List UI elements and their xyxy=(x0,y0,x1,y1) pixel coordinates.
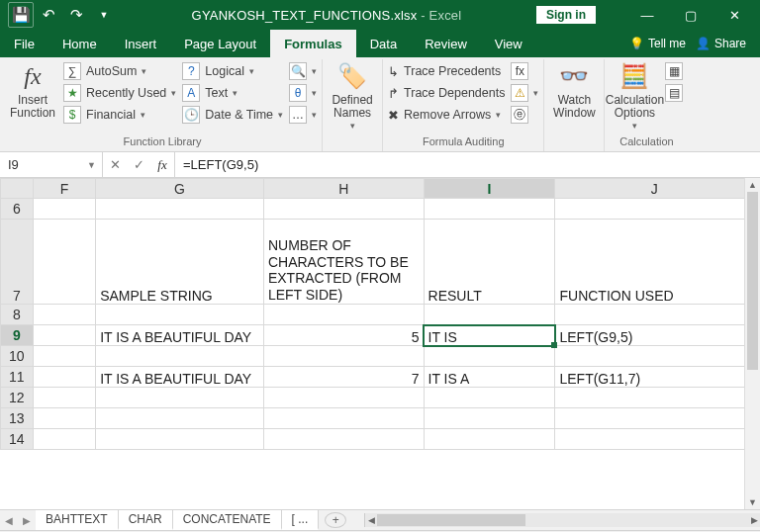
tab-nav-prev[interactable]: ◀ xyxy=(0,515,18,526)
sheet-tab[interactable]: CHAR xyxy=(119,510,173,530)
fx-icon[interactable]: fx xyxy=(150,157,174,173)
tab-page-layout[interactable]: Page Layout xyxy=(170,30,270,57)
add-sheet-button[interactable]: + xyxy=(325,512,346,528)
cell[interactable]: LEFT(G11,7) xyxy=(555,367,754,388)
date-time-button[interactable]: 🕒Date & Time ▾ xyxy=(182,104,283,126)
text-button[interactable]: AText ▾ xyxy=(182,82,283,104)
warning-icon: ⚠ xyxy=(511,84,528,102)
enter-formula-icon[interactable]: ✓ xyxy=(127,157,150,172)
sheet-tab[interactable]: CONCATENATE xyxy=(173,510,282,530)
evaluate-formula-button[interactable]: ⓔ xyxy=(511,104,538,126)
watch-window-button[interactable]: 👓 Watch Window xyxy=(549,60,599,120)
financial-button[interactable]: $Financial ▾ xyxy=(63,104,176,126)
ribbon-tabs: File Home Insert Page Layout Formulas Da… xyxy=(0,30,760,57)
scroll-up-icon[interactable]: ▲ xyxy=(745,178,760,192)
cell[interactable]: IT IS A BEAUTIFUL DAY xyxy=(96,367,264,388)
close-button[interactable]: ✕ xyxy=(712,0,756,30)
calc-options-button[interactable]: 🧮 Calculation Options▾ xyxy=(610,60,659,132)
row-head[interactable]: 12 xyxy=(1,388,34,408)
tab-insert[interactable]: Insert xyxy=(111,30,171,57)
cell[interactable]: 7 xyxy=(263,367,424,388)
save-icon[interactable]: 💾 xyxy=(8,2,34,28)
recently-used-button[interactable]: ★Recently Used ▾ xyxy=(63,82,176,104)
scroll-right-icon[interactable]: ▶ xyxy=(748,513,760,527)
group-watch: 👓 Watch Window xyxy=(544,59,605,151)
col-head[interactable]: J xyxy=(555,179,754,199)
cell[interactable]: IT IS A BEAUTIFUL DAY xyxy=(96,325,264,346)
cell[interactable]: NUMBER OF CHARACTERS TO BE EXTRACTED (FR… xyxy=(263,220,424,305)
col-head[interactable]: G xyxy=(96,179,264,199)
tab-home[interactable]: Home xyxy=(48,30,111,57)
show-formulas-button[interactable]: fx xyxy=(511,60,538,82)
col-head[interactable]: F xyxy=(33,179,95,199)
cell[interactable]: SAMPLE STRING xyxy=(96,220,264,305)
col-head[interactable]: I xyxy=(424,179,555,199)
cell[interactable]: FUNCTION USED xyxy=(555,220,754,305)
tab-file[interactable]: File xyxy=(0,30,48,57)
qat-customize-icon[interactable]: ▼ xyxy=(91,2,117,28)
more-functions-button[interactable]: …▾ xyxy=(289,104,317,126)
row-head[interactable]: 14 xyxy=(1,429,34,450)
horizontal-scrollbar[interactable]: ◀ ▶ xyxy=(364,513,760,527)
tab-view[interactable]: View xyxy=(481,30,536,57)
lookup-icon: 🔍 xyxy=(289,62,307,80)
row-head[interactable]: 8 xyxy=(1,305,34,325)
row-head[interactable]: 11 xyxy=(1,367,34,388)
row-head[interactable]: 13 xyxy=(1,408,34,429)
cancel-formula-icon[interactable]: ✕ xyxy=(103,157,127,172)
scrollbar-thumb[interactable] xyxy=(377,514,525,526)
redo-icon[interactable]: ↷ xyxy=(63,2,89,28)
error-checking-button[interactable]: ⚠▾ xyxy=(511,82,538,104)
math-trig-button[interactable]: θ▾ xyxy=(289,82,317,104)
defined-names-button[interactable]: 🏷️ Defined Names▾ xyxy=(328,60,377,132)
sheet-tab-more[interactable]: [ ... xyxy=(282,510,320,530)
tab-review[interactable]: Review xyxy=(411,30,481,57)
row-head[interactable]: 6 xyxy=(1,199,34,220)
vertical-scrollbar[interactable]: ▲ ▼ xyxy=(744,178,760,509)
sheet-tab[interactable]: BAHTTEXT xyxy=(36,510,119,530)
cell[interactable]: IT IS A xyxy=(424,367,555,388)
maximize-button[interactable]: ▢ xyxy=(669,0,712,30)
select-all-corner[interactable] xyxy=(1,179,34,199)
name-box[interactable]: I9 ▼ xyxy=(0,152,103,177)
sheet-calc-icon: ▦ xyxy=(665,62,683,80)
tell-me[interactable]: 💡 Tell me xyxy=(629,37,686,50)
minimize-button[interactable]: — xyxy=(625,0,669,30)
calc-now-button[interactable]: ▦ xyxy=(665,60,683,82)
cell[interactable]: RESULT xyxy=(424,220,555,305)
lookup-button[interactable]: 🔍▾ xyxy=(289,60,317,82)
cell[interactable]: 5 xyxy=(263,325,424,346)
chevron-down-icon[interactable]: ▼ xyxy=(87,160,96,170)
row-head[interactable]: 9 xyxy=(1,325,34,346)
tab-nav-next[interactable]: ▶ xyxy=(18,515,36,526)
scrollbar-thumb[interactable] xyxy=(747,192,758,370)
grid-table[interactable]: F G H I J 6 7 SAMPLE STRING NUMBER OF CH… xyxy=(0,178,754,450)
active-cell[interactable]: IT IS xyxy=(424,325,555,346)
sign-in-button[interactable]: Sign in xyxy=(536,6,596,24)
undo-icon[interactable]: ↶ xyxy=(36,2,61,28)
insert-function-button[interactable]: fx Insert Function xyxy=(8,60,57,120)
tab-formulas[interactable]: Formulas xyxy=(270,30,356,57)
trace-dependents-button[interactable]: ↱ Trace Dependents xyxy=(388,82,505,104)
scroll-left-icon[interactable]: ◀ xyxy=(365,513,377,527)
sigma-icon: ∑ xyxy=(63,62,81,80)
logical-button[interactable]: ?Logical ▾ xyxy=(182,60,283,82)
group-formula-auditing: ↳ Trace Precedents ↱ Trace Dependents ✖ … xyxy=(383,59,544,151)
calc-sheet-button[interactable]: ▤ xyxy=(665,82,683,104)
trace-precedents-button[interactable]: ↳ Trace Precedents xyxy=(388,60,505,82)
formula-input[interactable]: =LEFT(G9,5) xyxy=(175,152,760,177)
col-head[interactable]: H xyxy=(263,179,424,199)
autosum-button[interactable]: ∑AutoSum ▾ xyxy=(63,60,176,82)
group-label: Formula Auditing xyxy=(388,133,538,150)
tab-data[interactable]: Data xyxy=(356,30,411,57)
share-button[interactable]: 👤 Share xyxy=(696,37,746,50)
cell[interactable]: LEFT(G9,5) xyxy=(555,325,754,346)
money-icon: $ xyxy=(63,106,81,124)
row-head[interactable]: 7 xyxy=(1,220,34,305)
evaluate-icon: ⓔ xyxy=(511,106,528,124)
trace-prec-icon: ↳ xyxy=(388,64,399,79)
row-head[interactable]: 10 xyxy=(1,346,34,367)
scroll-down-icon[interactable]: ▼ xyxy=(745,495,760,509)
tag-icon: 🏷️ xyxy=(336,60,368,92)
remove-arrows-button[interactable]: ✖ Remove Arrows ▾ xyxy=(388,104,505,126)
